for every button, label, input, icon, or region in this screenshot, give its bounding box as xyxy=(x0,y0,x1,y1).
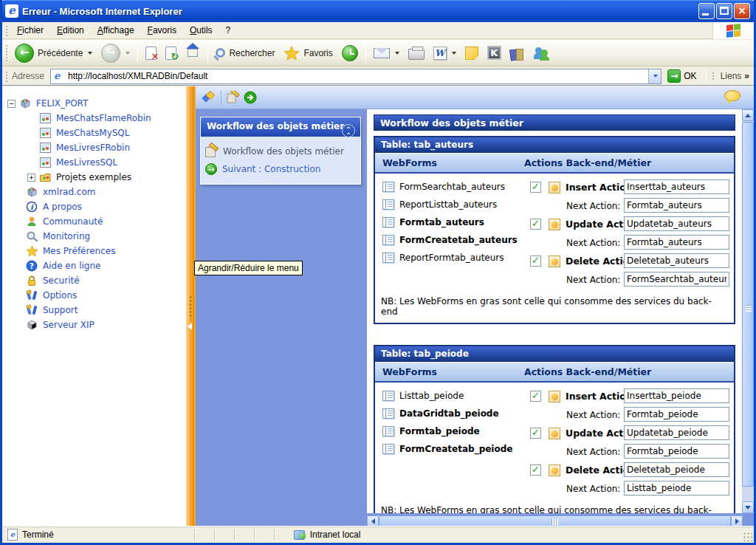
menu-splitter[interactable] xyxy=(186,86,196,526)
stop-button[interactable]: ✕ xyxy=(141,45,161,61)
forward-button[interactable]: → xyxy=(97,42,134,64)
next-action-input[interactable] xyxy=(624,235,729,250)
scroll-up-button[interactable] xyxy=(742,109,754,121)
edit-word-button[interactable]: W xyxy=(429,45,461,61)
update-checkbox[interactable] xyxy=(530,219,541,230)
webform-item[interactable]: ReportListtab_auteurs xyxy=(375,196,524,213)
webform-item[interactable]: ReportFormtab_auteurs xyxy=(375,249,524,267)
comment-button[interactable] xyxy=(724,90,740,101)
action-icon[interactable] xyxy=(549,391,560,402)
vertical-scrollbar[interactable] xyxy=(742,109,754,513)
sidebar-item-meschatsflamerobin[interactable]: MesChatsFlameRobin xyxy=(2,111,186,126)
sidebar-item-xmlrad-com[interactable]: xmlrad.com xyxy=(2,185,186,199)
vertical-scroll-thumb[interactable] xyxy=(742,122,754,487)
back-dropdown-caret[interactable] xyxy=(88,52,92,55)
edit-object-button[interactable] xyxy=(226,91,239,104)
workflow-panel-header[interactable]: Workflow des objets métier ⌃⌃ xyxy=(201,117,360,137)
delete-action-input[interactable] xyxy=(624,253,729,268)
research-button[interactable] xyxy=(506,44,529,61)
webform-item[interactable]: Formtab_auteurs xyxy=(375,213,524,231)
links-grip[interactable] xyxy=(711,71,715,81)
sidebar-item-communaute[interactable]: Communauté xyxy=(2,214,186,229)
webform-item[interactable]: Formtab_peiode xyxy=(375,422,524,440)
webform-item[interactable]: DataGridtab_peiode xyxy=(375,405,524,422)
menu-fichier[interactable]: Fichier xyxy=(10,23,50,38)
go-next-button[interactable] xyxy=(244,91,257,104)
sidebar-item-projets-exemples[interactable]: Projets exemples xyxy=(2,170,186,185)
action-icon[interactable] xyxy=(549,219,560,230)
sidebar-item-felix-port[interactable]: FELIX_PORT xyxy=(2,96,186,111)
resize-grip[interactable] xyxy=(743,532,752,541)
sidebar-item-monitoring[interactable]: Monitoring xyxy=(2,229,186,244)
next-action-input[interactable] xyxy=(624,198,729,213)
action-icon[interactable] xyxy=(549,256,560,267)
sidebar-item-meslivressql[interactable]: MesLivresSQL xyxy=(2,155,186,170)
next-action-input[interactable] xyxy=(624,407,729,422)
go-button[interactable]: → OK xyxy=(662,69,702,83)
address-dropdown-button[interactable] xyxy=(648,69,661,83)
next-action-input[interactable] xyxy=(624,481,729,496)
menu-aide[interactable]: ? xyxy=(219,23,238,38)
insert-checkbox[interactable] xyxy=(530,391,541,402)
messenger-button[interactable] xyxy=(529,44,554,62)
delete-checkbox[interactable] xyxy=(530,256,541,267)
mail-button[interactable] xyxy=(369,47,404,60)
splitter-grip[interactable] xyxy=(189,295,192,319)
update-action-input[interactable] xyxy=(624,216,729,231)
sidebar-item-mes-preferences[interactable]: Mes Préférences xyxy=(2,244,186,258)
history-button[interactable] xyxy=(337,44,362,63)
note-button[interactable] xyxy=(461,45,483,61)
update-action-input[interactable] xyxy=(624,425,729,440)
delete-checkbox[interactable] xyxy=(530,465,541,476)
webform-item[interactable]: Listtab_peiode xyxy=(375,387,524,405)
home-button[interactable] xyxy=(181,44,205,61)
address-field[interactable]: e xyxy=(50,69,662,84)
new-object-button[interactable] xyxy=(202,91,215,104)
maximize-button[interactable] xyxy=(716,3,732,19)
menu-favoris[interactable]: Favoris xyxy=(141,23,183,38)
action-icon[interactable] xyxy=(549,428,560,439)
print-button[interactable] xyxy=(404,44,429,61)
title-bar[interactable]: e Erreur - Microsoft Internet Explorer × xyxy=(0,0,756,22)
address-input[interactable] xyxy=(68,71,648,81)
splitter-collapse-arrow-icon[interactable] xyxy=(188,323,192,330)
collapse-chevron-icon[interactable]: ⌃⌃ xyxy=(342,124,355,137)
search-button[interactable]: Rechercher xyxy=(211,47,279,60)
webform-item[interactable]: FormCreatetab_peiode xyxy=(375,440,524,458)
sidebar-item-meslivresfrobin[interactable]: MesLivresFRobin xyxy=(2,140,186,155)
links-bar[interactable]: Liens » xyxy=(716,71,754,81)
webform-item[interactable]: FormCreatetab_auteurs xyxy=(375,231,524,249)
addressbar-grip[interactable] xyxy=(4,70,8,82)
toolbar-grip[interactable] xyxy=(4,44,8,63)
action-icon[interactable] xyxy=(549,465,560,476)
next-action-input[interactable] xyxy=(624,272,729,287)
menu-edition[interactable]: Edition xyxy=(50,23,91,38)
minimize-button[interactable] xyxy=(698,3,715,19)
insert-action-input[interactable] xyxy=(624,179,729,194)
kaspersky-button[interactable]: K xyxy=(483,44,506,61)
workflow-step-current[interactable]: Workflow des objets métier xyxy=(205,143,356,160)
action-icon[interactable] xyxy=(549,182,560,193)
webform-item[interactable]: FormSearchtab_auteurs xyxy=(375,178,524,196)
favorites-button[interactable]: Favoris xyxy=(279,44,337,62)
sidebar-item-support[interactable]: Support xyxy=(2,303,186,318)
menu-outils[interactable]: Outils xyxy=(183,23,219,38)
insert-checkbox[interactable] xyxy=(530,182,541,193)
insert-action-input[interactable] xyxy=(624,388,729,403)
next-action-input[interactable] xyxy=(624,444,729,459)
tree-collapse-box[interactable] xyxy=(7,100,16,108)
sidebar-item-aide-en-ligne[interactable]: ? Aide en ligne xyxy=(2,258,186,273)
menu-affichage[interactable]: Affichage xyxy=(91,23,141,38)
sidebar-item-meschatsmysql[interactable]: MesChatsMySQL xyxy=(2,126,186,140)
workflow-step-next[interactable]: → Suivant : Construction xyxy=(205,160,356,178)
sidebar-item-securite[interactable]: Securité xyxy=(2,273,186,288)
delete-action-input[interactable] xyxy=(624,462,729,477)
scroll-down-button[interactable] xyxy=(742,501,754,513)
update-checkbox[interactable] xyxy=(530,428,541,439)
sidebar-item-options[interactable]: Options xyxy=(2,288,186,303)
refresh-button[interactable]: ↻ xyxy=(161,45,181,61)
back-button[interactable]: ← Précédente xyxy=(10,42,97,64)
sidebar-item-a-propos[interactable]: i A propos xyxy=(2,199,186,214)
menubar-grip[interactable] xyxy=(4,24,8,36)
sidebar-item-serveur-xip[interactable]: Serveur XIP xyxy=(2,318,186,332)
